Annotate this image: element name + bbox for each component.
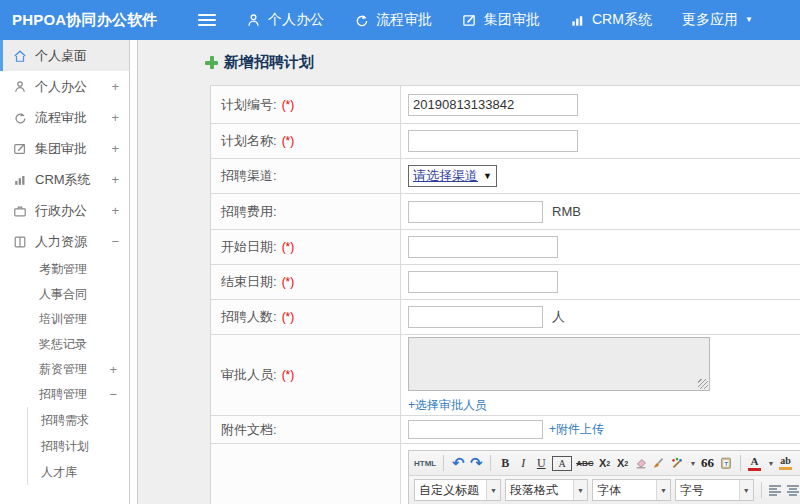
sidebar-item-process-approval[interactable]: 流程审批 + xyxy=(0,102,129,133)
nav-more-apps[interactable]: 更多应用 ▼ xyxy=(682,11,753,29)
field-label: 计划编号: xyxy=(221,96,277,114)
dropdown-caret-icon: ▼ xyxy=(656,480,670,500)
nav-group-approval[interactable]: 集团审批 xyxy=(462,11,540,29)
font-size-dropdown[interactable]: 字号 ▼ xyxy=(675,479,754,501)
font-color-button[interactable]: A xyxy=(748,454,762,472)
dropdown-caret-icon: ▼ xyxy=(573,480,587,500)
home-icon xyxy=(13,49,27,63)
remove-format-button[interactable]: A xyxy=(552,456,572,471)
page-title: 新增招聘计划 xyxy=(205,53,314,72)
sidebar-item-group-approval[interactable]: 集团审批 + xyxy=(0,133,129,164)
sidebar-subitem-recruit-plan[interactable]: 招聘计划 xyxy=(28,433,129,459)
chart-icon xyxy=(13,173,27,187)
expand-icon[interactable]: + xyxy=(111,141,119,156)
sidebar: 个人桌面 个人办公 + 流程审批 + 集团审批 + CRM系统 + 行政办公 + xyxy=(0,40,129,504)
expand-icon[interactable]: + xyxy=(111,110,119,125)
app-logo: PHPOA协同办公软件 xyxy=(0,11,184,30)
undo-icon[interactable]: ↶ xyxy=(451,454,465,472)
attachment-upload-link[interactable]: +附件上传 xyxy=(549,422,604,436)
select-caret-icon: ▼ xyxy=(483,171,492,181)
field-label: 审批人员: xyxy=(221,366,277,384)
field-label: 结束日期: xyxy=(221,273,277,291)
required-mark: (*) xyxy=(282,275,295,289)
edit-icon xyxy=(13,142,27,156)
attachment-input[interactable] xyxy=(408,420,543,439)
plan-name-input[interactable] xyxy=(408,130,578,152)
top-nav: 个人办公 流程审批 集团审批 CRM系统 更多应用 ▼ xyxy=(246,11,753,29)
headcount-input[interactable] xyxy=(408,306,543,328)
sidebar-subitem-salary[interactable]: 薪资管理 + xyxy=(0,357,129,382)
nav-crm-system[interactable]: CRM系统 xyxy=(570,11,652,29)
caret-down-icon: ▼ xyxy=(745,16,753,24)
nav-personal-office[interactable]: 个人办公 xyxy=(246,11,324,29)
nav-process-approval[interactable]: 流程审批 xyxy=(354,11,432,29)
form-row-plan-name: 计划名称: (*) xyxy=(211,124,800,159)
dropdown-caret-icon: ▼ xyxy=(486,480,500,500)
approvers-textarea[interactable] xyxy=(408,337,710,391)
eraser-icon[interactable] xyxy=(634,454,648,472)
paragraph-format-dropdown[interactable]: 段落格式 ▼ xyxy=(505,479,588,501)
sidebar-subitem-recruitment[interactable]: 招聘管理 − xyxy=(0,382,129,407)
font-family-dropdown[interactable]: 字体 ▼ xyxy=(592,479,671,501)
sidebar-item-personal-office[interactable]: 个人办公 + xyxy=(0,71,129,102)
superscript-button[interactable]: X2 xyxy=(598,454,612,472)
sidebar-subitem-recruit-demand[interactable]: 招聘需求 xyxy=(28,407,129,433)
process-icon xyxy=(354,13,369,28)
redo-icon[interactable]: ↷ xyxy=(469,454,483,472)
collapse-icon[interactable]: − xyxy=(109,387,117,402)
book-icon xyxy=(13,235,27,249)
align-center-icon[interactable] xyxy=(787,481,800,499)
expand-icon[interactable]: + xyxy=(111,79,119,94)
menu-icon[interactable] xyxy=(198,14,216,26)
field-label: 计划名称: xyxy=(221,132,277,150)
expand-icon[interactable]: + xyxy=(109,362,117,377)
required-mark: (*) xyxy=(282,98,295,112)
form-row-editor: HTML ↶ ↷ B I U A ABC X2 X2 xyxy=(211,444,800,504)
rich-text-editor: HTML ↶ ↷ B I U A ABC X2 X2 xyxy=(408,450,800,504)
sidebar-item-desktop[interactable]: 个人桌面 xyxy=(0,40,129,71)
format-brush-icon[interactable] xyxy=(652,454,666,472)
sidebar-subitem-contracts[interactable]: 人事合同 xyxy=(0,282,129,307)
process-icon xyxy=(13,111,27,125)
sidebar-scrollbar-track[interactable] xyxy=(129,40,138,504)
sidebar-subitem-training[interactable]: 培训管理 xyxy=(0,307,129,332)
paste-text-icon[interactable]: T xyxy=(719,454,733,472)
underline-button[interactable]: U xyxy=(534,454,548,472)
html-source-button[interactable]: HTML xyxy=(414,454,436,472)
recruitment-submenu: 招聘需求 招聘计划 人才库 xyxy=(27,407,129,485)
form-row-start-date: 开始日期: (*) xyxy=(211,230,800,265)
font-color-caret-icon[interactable]: ▼ xyxy=(768,460,775,467)
bold-button[interactable]: B xyxy=(498,454,512,472)
collapse-icon[interactable]: − xyxy=(111,234,119,249)
select-approvers-link[interactable]: +选择审批人员 xyxy=(408,397,487,414)
sidebar-subitem-attendance[interactable]: 考勤管理 xyxy=(0,257,129,282)
channel-select[interactable]: 请选择渠道 ▼ xyxy=(408,165,497,187)
field-label: 附件文档: xyxy=(221,421,277,439)
headcount-unit: 人 xyxy=(552,308,565,326)
blockquote-button[interactable]: 66 xyxy=(701,454,715,472)
italic-button[interactable]: I xyxy=(516,454,530,472)
field-label: 招聘人数: xyxy=(221,308,277,326)
strikethrough-button[interactable]: ABC xyxy=(576,454,593,472)
align-left-icon[interactable] xyxy=(769,481,783,499)
sidebar-item-hr[interactable]: 人力资源 − xyxy=(0,226,129,257)
color-spray-icon[interactable] xyxy=(670,454,684,472)
spray-caret-icon[interactable]: ▼ xyxy=(690,460,697,467)
highlight-color-button[interactable]: ab xyxy=(778,454,792,472)
resize-grip[interactable] xyxy=(698,379,708,389)
plan-number-input[interactable] xyxy=(408,94,578,116)
subscript-button[interactable]: X2 xyxy=(616,454,630,472)
sidebar-item-admin-office[interactable]: 行政办公 + xyxy=(0,195,129,226)
expand-icon[interactable]: + xyxy=(111,203,119,218)
top-bar: PHPOA协同办公软件 个人办公 流程审批 集团审批 CRM系统 xyxy=(0,0,800,40)
field-label: 招聘费用: xyxy=(221,203,277,221)
expand-icon[interactable]: + xyxy=(111,172,119,187)
sidebar-subitem-rewards[interactable]: 奖惩记录 xyxy=(0,332,129,357)
sidebar-item-crm[interactable]: CRM系统 + xyxy=(0,164,129,195)
sidebar-subitem-talent-pool[interactable]: 人才库 xyxy=(28,459,129,485)
cost-input[interactable] xyxy=(408,201,543,223)
heading-style-dropdown[interactable]: 自定义标题 ▼ xyxy=(414,479,501,501)
start-date-input[interactable] xyxy=(408,236,558,258)
end-date-input[interactable] xyxy=(408,271,558,293)
required-mark: (*) xyxy=(282,134,295,148)
